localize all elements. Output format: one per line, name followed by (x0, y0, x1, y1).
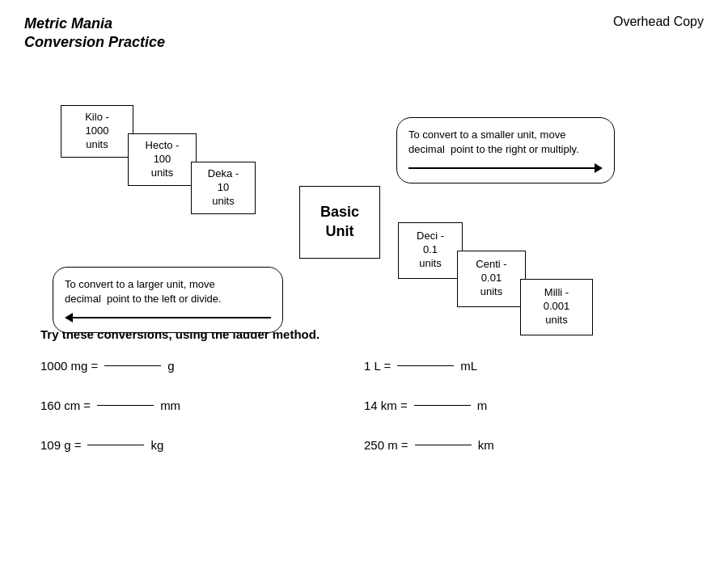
left-arrow (65, 313, 271, 323)
kilo-box: Kilo -1000units (61, 105, 133, 158)
problem-5: 109 g = kg (40, 438, 364, 452)
deka-box: Deka -10units (191, 162, 256, 214)
problem-1: 1000 mg = g (40, 359, 364, 373)
blank-6[interactable] (415, 445, 472, 445)
ladder-diagram: Kilo -1000units Hecto -100units Deka -10… (0, 61, 728, 319)
blank-5[interactable] (87, 445, 144, 445)
deci-box: Deci -0.1units (398, 222, 463, 279)
right-arrow (408, 163, 603, 173)
blank-4[interactable] (414, 405, 471, 406)
blank-3[interactable] (97, 405, 154, 406)
milli-box: Milli -0.001units (520, 279, 593, 335)
left-callout: To convert to a larger unit, movedecimal… (53, 267, 283, 333)
basic-unit-box: BasicUnit (299, 186, 380, 259)
overhead-label: Overhead Copy (613, 15, 704, 29)
problem-6: 250 m = km (364, 438, 688, 452)
problems-section: Try these conversions, using the ladder … (0, 327, 728, 452)
page-title: Metric ManiaConversion Practice (24, 15, 165, 53)
header: Metric ManiaConversion Practice Overhead… (0, 0, 728, 53)
problem-3: 160 cm = mm (40, 399, 364, 412)
centi-box: Centi -0.01units (457, 251, 526, 307)
blank-1[interactable] (104, 365, 161, 366)
problem-4: 14 km = m (364, 399, 688, 412)
blank-2[interactable] (397, 365, 454, 366)
hecto-box: Hecto -100units (128, 133, 197, 186)
right-callout: To convert to a smaller unit, movedecima… (396, 117, 615, 183)
problems-grid: 1000 mg = g 1 L = mL 160 cm = mm 14 km =… (40, 359, 688, 452)
problem-2: 1 L = mL (364, 359, 688, 373)
